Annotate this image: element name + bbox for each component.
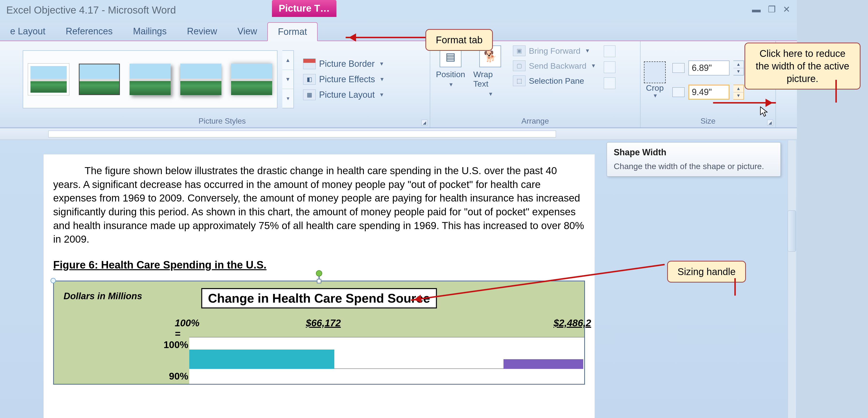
chart-plot-area	[189, 337, 584, 384]
ytick-100: 100%	[154, 339, 188, 350]
crop-button[interactable]: Crop ▼	[644, 61, 666, 99]
chart-bar-segment-teal	[189, 350, 334, 369]
send-backward-button[interactable]: ▢ Send Backward▼	[513, 60, 596, 71]
style-thumb-4[interactable]	[180, 64, 221, 95]
group-label-picture-styles: Picture Styles	[18, 115, 426, 127]
close-icon[interactable]: ✕	[783, 4, 790, 14]
shape-width-input[interactable]: 9.49"	[688, 85, 730, 100]
width-icon	[673, 87, 685, 97]
minimize-icon[interactable]: ▬	[752, 4, 761, 14]
tooltip-body: Change the width of the shape or picture…	[614, 161, 768, 172]
style-thumb-2[interactable]	[79, 64, 120, 95]
position-button[interactable]: ▤ Position ▼	[434, 46, 467, 88]
selection-pane-label: Selection Pane	[529, 76, 584, 86]
tab-layout[interactable]: e Layout	[0, 22, 56, 41]
word-window: Excel Objective 4.17 - Microsoft Word Pi…	[0, 0, 797, 418]
ytick-90: 90%	[154, 371, 188, 382]
size-dialog-launcher[interactable]: ◢	[767, 120, 773, 125]
gallery-down-icon[interactable]: ▼	[282, 70, 293, 89]
restore-icon[interactable]: ❐	[768, 4, 776, 14]
group-picture-styles: ▲ ▼ ▾ Picture Border▼ ◧ Picture Effects▼…	[14, 41, 430, 127]
vertical-scroll-thumb[interactable]	[788, 210, 796, 251]
arrow-elbow	[835, 80, 837, 102]
top-sizing-handle[interactable]	[317, 279, 321, 283]
ribbon: ▲ ▼ ▾ Picture Border▼ ◧ Picture Effects▼…	[0, 41, 797, 128]
picture-tools-contextual-tab[interactable]: Picture T…	[272, 0, 337, 17]
ribbon-tabs: e Layout References Mailings Review View…	[0, 22, 797, 41]
chart-bar-segment-purple	[503, 359, 583, 369]
group-label-size: Size	[644, 115, 772, 127]
arrow-to-width-spinner	[713, 102, 776, 103]
inserted-picture[interactable]: Dollars in Millions Change in Health Car…	[53, 280, 585, 385]
figure-caption: Figure 6: Health Care Spending in the U.…	[53, 259, 585, 271]
arrow-elbow-2	[734, 278, 736, 296]
picture-layout-label: Picture Layout	[319, 90, 375, 100]
rotate-button[interactable]	[604, 78, 615, 89]
chart-bar-segment-white	[334, 350, 503, 369]
crop-icon	[644, 61, 666, 83]
group-arrange: ▤ Position ▼ 🐕 Wrap Text ▼ ▣ Bring Forwa…	[430, 41, 641, 127]
gallery-more-icon[interactable]: ▾	[282, 89, 293, 108]
height-spinner[interactable]: ▲▼	[733, 60, 744, 76]
tooltip-title: Shape Width	[614, 147, 774, 157]
align-button[interactable]	[604, 46, 615, 57]
bring-forward-icon: ▣	[513, 46, 526, 56]
chart-totals-row: 100% = $66,172 $2,486,2	[175, 318, 591, 339]
wrap-text-button[interactable]: 🐕 Wrap Text ▼	[473, 46, 507, 97]
tab-review[interactable]: Review	[177, 22, 227, 41]
gallery-scroll[interactable]: ▲ ▼ ▾	[282, 50, 294, 108]
group-button[interactable]	[604, 61, 615, 73]
gallery-up-icon[interactable]: ▲	[282, 51, 293, 70]
tab-references[interactable]: References	[56, 22, 123, 41]
hundred-percent-label: 100% =	[175, 318, 199, 339]
bring-forward-button[interactable]: ▣ Bring Forward▼	[513, 46, 596, 56]
tab-view[interactable]: View	[227, 22, 267, 41]
picture-effects-icon: ◧	[303, 74, 316, 85]
style-thumb-5[interactable]	[231, 64, 272, 95]
shape-width-tooltip: Shape Width Change the width of the shap…	[607, 142, 781, 177]
picture-styles-dialog-launcher[interactable]: ◢	[422, 120, 427, 125]
picture-effects-button[interactable]: ◧ Picture Effects▼	[303, 74, 384, 85]
height-icon	[673, 63, 685, 73]
bring-forward-label: Bring Forward	[529, 46, 581, 56]
position-label: Position	[436, 70, 465, 79]
wrap-text-label: Wrap Text	[473, 70, 507, 89]
vertical-scrollbar[interactable]	[788, 140, 796, 418]
picture-effects-label: Picture Effects	[319, 74, 375, 84]
chart-y-axis-label: Dollars in Millions	[64, 291, 142, 301]
picture-border-icon	[303, 59, 316, 69]
callout-format-tab: Format tab	[426, 29, 493, 51]
tab-format[interactable]: Format	[267, 22, 318, 41]
picture-border-button[interactable]: Picture Border▼	[303, 59, 384, 69]
corner-handle[interactable]	[51, 278, 56, 283]
crop-label: Crop	[646, 83, 664, 93]
shape-height-control[interactable]: 6.89" ▲▼	[673, 60, 744, 76]
total-1969: $66,172	[306, 318, 341, 339]
group-label-arrange: Arrange	[434, 115, 637, 127]
style-thumb-1[interactable]	[28, 64, 69, 95]
horizontal-ruler	[0, 128, 797, 140]
picture-layout-button[interactable]: ▦ Picture Layout▼	[303, 90, 384, 100]
shape-width-control[interactable]: 9.49" ▲▼	[673, 85, 744, 100]
send-backward-label: Send Backward	[529, 61, 586, 71]
send-backward-icon: ▢	[513, 60, 526, 71]
width-spinner[interactable]: ▲▼	[733, 85, 744, 100]
selection-pane-icon: ⬚	[513, 76, 526, 86]
shape-height-input[interactable]: 6.89"	[688, 60, 730, 76]
callout-reduce-width: Click here to reduce the width of the ac…	[744, 42, 861, 90]
picture-layout-icon: ▦	[303, 90, 316, 100]
picture-styles-gallery[interactable]	[23, 50, 278, 108]
window-title: Excel Objective 4.17 - Microsoft Word	[0, 0, 176, 16]
rotate-handle[interactable]	[316, 270, 322, 276]
title-bar: Excel Objective 4.17 - Microsoft Word Pi…	[0, 0, 797, 22]
total-2009: $2,486,2	[554, 318, 591, 339]
picture-border-label: Picture Border	[319, 59, 375, 69]
chart-title: Change in Health Care Spend Source	[202, 288, 437, 308]
style-thumb-3[interactable]	[129, 64, 170, 95]
arrow-to-format-tab	[346, 37, 426, 38]
body-paragraph: The figure shown below illustrates the d…	[53, 164, 585, 246]
tab-mailings[interactable]: Mailings	[123, 22, 177, 41]
selection-pane-button[interactable]: ⬚ Selection Pane	[513, 76, 596, 86]
